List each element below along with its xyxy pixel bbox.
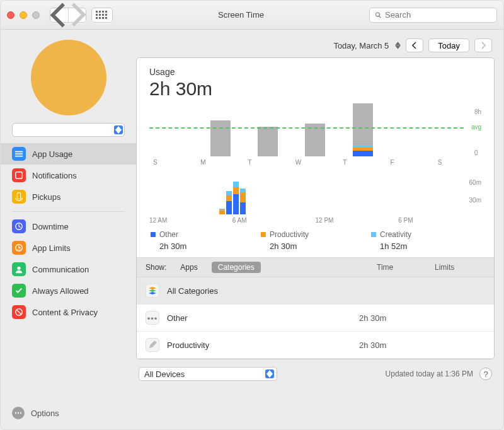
legend-item: Creativity1h 52m <box>371 230 481 251</box>
window-controls <box>7 11 40 19</box>
list-item-time: 2h 30m <box>359 340 435 350</box>
app-usage-icon <box>12 147 26 161</box>
minimize-window-button[interactable] <box>20 11 27 19</box>
svg-rect-3 <box>16 249 22 252</box>
communication-icon <box>12 262 26 276</box>
category-list: All Categories•••Other2h 30mProductivity… <box>137 277 494 359</box>
list-item-name: All Categories <box>167 286 359 296</box>
main-content: Today, March 5 Today Usage 2h 30m <box>136 30 503 430</box>
downtime-icon <box>12 219 26 233</box>
sidebar-item-label: Content & Privacy <box>32 308 98 317</box>
show-label: Show: <box>146 263 166 272</box>
search-field[interactable] <box>369 8 497 23</box>
filter-apps[interactable]: Apps <box>174 262 203 273</box>
help-button[interactable]: ? <box>479 368 492 380</box>
window-title: Screen Time <box>118 10 364 20</box>
up-down-stepper-icon <box>265 369 274 378</box>
hourly-axis: 60m30m <box>469 179 481 214</box>
sidebar-item-app-usage[interactable]: App Usage <box>1 143 136 165</box>
all-prefs-button[interactable] <box>91 8 113 23</box>
options-button[interactable]: ⋯ Options <box>1 403 136 423</box>
sidebar-item-content-privacy[interactable]: Content & Privacy <box>1 301 136 323</box>
options-icon: ⋯ <box>12 407 25 419</box>
list-item-icon: ••• <box>146 311 159 325</box>
list-item-icon <box>146 284 159 298</box>
sidebar-item-communication[interactable]: Communication <box>1 259 136 280</box>
list-item[interactable]: •••Other2h 30m <box>137 305 494 332</box>
list-item-icon <box>146 338 159 352</box>
today-button[interactable]: Today <box>428 38 469 52</box>
sidebar-item-notifications[interactable]: Notifications <box>1 165 136 186</box>
sidebar-divider <box>12 211 125 212</box>
search-input[interactable] <box>385 10 491 20</box>
usage-total: 2h 30m <box>149 78 481 100</box>
legend-item: Productivity2h 30m <box>261 230 371 251</box>
sidebar-item-app-limits[interactable]: App Limits <box>1 237 136 259</box>
sidebar-item-label: Always Allowed <box>32 286 89 296</box>
app-limits-icon <box>12 241 26 255</box>
titlebar: Screen Time <box>1 1 503 30</box>
time-header: Time <box>377 263 427 272</box>
sidebar: App UsageNotificationsPickups DowntimeAp… <box>1 30 136 430</box>
sidebar-item-downtime[interactable]: Downtime <box>1 216 136 237</box>
weekly-axis: 8h0 <box>474 108 481 156</box>
search-icon <box>375 11 382 19</box>
list-item[interactable]: All Categories <box>137 277 494 305</box>
sidebar-item-label: Pickups <box>32 192 61 202</box>
date-nav2 <box>474 38 492 52</box>
pickups-icon <box>12 190 26 204</box>
user-avatar[interactable] <box>31 40 106 115</box>
always-allowed-icon <box>12 284 26 298</box>
usage-card: Usage 2h 30m avg 8h0 SMTWTFS 60m30m <box>136 57 495 359</box>
avg-line <box>149 127 464 129</box>
updated-label: Updated today at 1:36 PM <box>386 369 473 378</box>
date-label: Today, March 5 <box>333 41 389 50</box>
device-select[interactable]: All Devices <box>139 367 277 381</box>
content-privacy-icon <box>12 305 26 319</box>
sidebar-item-label: Communication <box>32 265 89 274</box>
filter-categories[interactable]: Categories <box>212 262 261 273</box>
svg-rect-1 <box>17 193 20 199</box>
sidebar-item-label: Notifications <box>32 171 77 180</box>
forward-button[interactable] <box>68 8 86 22</box>
date-row: Today, March 5 Today <box>136 36 495 57</box>
list-item-name: Productivity <box>167 340 359 350</box>
list-item[interactable]: Productivity2h 30m <box>137 332 494 359</box>
filter-row: Show: Apps Categories Time Limits <box>137 257 494 277</box>
user-select[interactable] <box>12 123 125 137</box>
close-window-button[interactable] <box>7 11 14 19</box>
weekly-chart: avg 8h0 SMTWTFS <box>149 108 481 171</box>
device-select-label: All Devices <box>144 369 185 379</box>
legend: Other2h 30mProductivity2h 30mCreativity1… <box>149 230 481 251</box>
up-down-stepper-icon <box>114 125 123 134</box>
sidebar-item-label: App Usage <box>32 149 72 159</box>
notifications-icon <box>12 168 26 182</box>
grid-icon <box>92 8 111 22</box>
footer: All Devices Updated today at 1:36 PM ? <box>136 359 495 388</box>
sidebar-item-always-allowed[interactable]: Always Allowed <box>1 280 136 301</box>
svg-rect-0 <box>16 172 23 179</box>
sidebar-item-label: Downtime <box>32 222 69 231</box>
date-next-button[interactable] <box>475 39 491 52</box>
options-label: Options <box>31 409 59 418</box>
date-prev-button[interactable] <box>406 39 423 52</box>
svg-point-4 <box>17 267 20 270</box>
zoom-window-button[interactable] <box>32 11 40 19</box>
list-item-name: Other <box>167 313 359 323</box>
sidebar-item-pickups[interactable]: Pickups <box>1 186 136 207</box>
usage-title: Usage <box>149 67 481 77</box>
legend-item: Other2h 30m <box>151 230 261 251</box>
back-button[interactable] <box>50 8 68 22</box>
date-nav <box>406 38 423 52</box>
list-item-time: 2h 30m <box>359 313 435 323</box>
hourly-chart: 60m30m 12 AM6 AM12 PM6 PM <box>149 179 481 224</box>
nav-back-forward <box>50 8 86 23</box>
date-stepper[interactable] <box>395 42 401 49</box>
sidebar-item-label: App Limits <box>32 243 71 253</box>
limits-header: Limits <box>435 263 485 272</box>
